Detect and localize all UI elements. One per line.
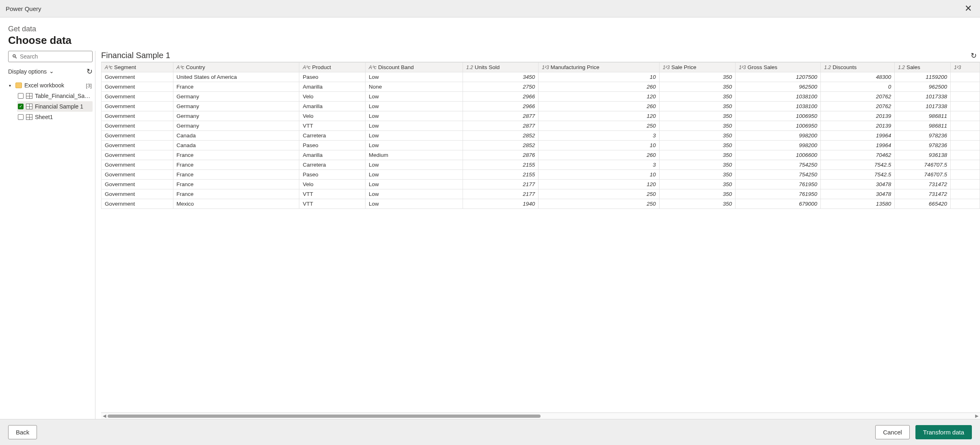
- table-row[interactable]: GovernmentFranceVTTLow217725035076195030…: [102, 189, 980, 199]
- column-header[interactable]: AᵇcSegment: [102, 63, 173, 72]
- table-row[interactable]: GovernmentFranceCarreteraLow215533507542…: [102, 160, 980, 170]
- table-cell: 260: [539, 102, 659, 111]
- table-cell: 746707.5: [895, 160, 951, 170]
- column-name: Sales: [906, 64, 920, 70]
- tree-item-label: Table_Financial_Sample_1: [35, 93, 92, 99]
- table-row[interactable]: GovernmentMexicoVTTLow194025035067900013…: [102, 199, 980, 209]
- dialog-body: Get data Choose data 🔍︎ Display options …: [0, 17, 980, 419]
- table-icon: [26, 93, 32, 99]
- tree-item[interactable]: Financial Sample 1: [17, 101, 93, 112]
- page-title: Choose data: [8, 34, 972, 47]
- checkbox[interactable]: [18, 114, 24, 120]
- table-row[interactable]: GovernmentCanadaPaseoLow2852103509982001…: [102, 141, 980, 150]
- column-header[interactable]: AᵇcDiscount Band: [365, 63, 463, 72]
- table-cell: Paseo: [299, 72, 365, 82]
- tree-item[interactable]: Table_Financial_Sample_1: [17, 91, 93, 101]
- refresh-icon[interactable]: ↻: [87, 67, 93, 76]
- column-header[interactable]: 1.2Units Sold: [463, 63, 538, 72]
- column-header[interactable]: 1²3Gross Sales: [736, 63, 821, 72]
- sidebar: 🔍︎ Display options ⌄ ↻ ▾ Excel workbook …: [8, 51, 95, 419]
- scroll-thumb[interactable]: [108, 415, 541, 418]
- table-cell: Government: [102, 92, 173, 102]
- table-cell: 986811: [895, 121, 951, 131]
- datatype-icon: 1²3: [739, 65, 746, 70]
- table-cell: 1017338: [895, 92, 951, 102]
- table-cell: 936138: [895, 150, 951, 160]
- table-row[interactable]: GovernmentFranceAmarillaNone275026035096…: [102, 82, 980, 92]
- table-row[interactable]: GovernmentGermanyAmarillaLow296626035010…: [102, 102, 980, 111]
- table-cell: 2877: [463, 111, 538, 121]
- table-cell: 986811: [895, 111, 951, 121]
- close-icon[interactable]: ✕: [962, 3, 974, 14]
- table-cell: Germany: [173, 111, 299, 121]
- table-row[interactable]: GovernmentGermanyVeloLow2966120350103810…: [102, 92, 980, 102]
- column-header[interactable]: 1.2Sales: [895, 63, 951, 72]
- transform-data-button[interactable]: Transform data: [915, 425, 972, 439]
- cancel-button[interactable]: Cancel: [875, 425, 910, 439]
- folder-icon: [15, 82, 22, 88]
- tree-item[interactable]: Sheet1: [17, 112, 93, 122]
- table-row[interactable]: GovernmentUnited States of AmericaPaseoL…: [102, 72, 980, 82]
- table-cell: 1940: [463, 199, 538, 209]
- display-options-row: Display options ⌄ ↻: [8, 66, 93, 77]
- table-cell: 120: [539, 180, 659, 189]
- tree-children: Table_Financial_Sample_1Financial Sample…: [17, 91, 93, 122]
- table-cell: [950, 189, 980, 199]
- table-row[interactable]: GovernmentFranceAmarillaMedium2876260350…: [102, 150, 980, 160]
- table-cell: Government: [102, 82, 173, 92]
- table-cell: 754250: [736, 170, 821, 180]
- table-cell: 731472: [895, 189, 951, 199]
- column-name: Segment: [114, 64, 136, 70]
- tree-item-label: Financial Sample 1: [35, 103, 92, 110]
- table-cell: Medium: [365, 150, 463, 160]
- scroll-right-icon[interactable]: ▶: [974, 413, 980, 419]
- table-cell: 978236: [895, 141, 951, 150]
- table-cell: Government: [102, 160, 173, 170]
- column-header[interactable]: AᵇcCountry: [173, 63, 299, 72]
- table-row[interactable]: GovernmentCanadaCarreteraLow285233509982…: [102, 131, 980, 141]
- tree-root-excel-workbook[interactable]: ▾ Excel workbook [3]: [8, 80, 93, 91]
- column-header[interactable]: 1²3: [950, 63, 980, 72]
- header-block: Get data Choose data: [0, 17, 980, 51]
- checkbox[interactable]: [18, 93, 24, 99]
- data-table-scroll[interactable]: AᵇcSegmentAᵇcCountryAᵇcProductAᵇcDiscoun…: [101, 62, 980, 412]
- table-cell: 10: [539, 72, 659, 82]
- display-options-toggle[interactable]: Display options ⌄: [8, 68, 54, 75]
- table-cell: Government: [102, 180, 173, 189]
- table-cell: 250: [539, 189, 659, 199]
- search-box[interactable]: 🔍︎: [8, 51, 93, 62]
- horizontal-scrollbar[interactable]: ◀ ▶: [101, 412, 980, 419]
- refresh-preview-icon[interactable]: ↻: [971, 51, 977, 60]
- table-cell: United States of America: [173, 72, 299, 82]
- scroll-track[interactable]: [108, 414, 974, 419]
- scroll-left-icon[interactable]: ◀: [101, 413, 108, 419]
- back-button[interactable]: Back: [8, 425, 37, 439]
- column-name: Units Sold: [475, 64, 500, 70]
- table-row[interactable]: GovernmentGermanyVTTLow28772503501006950…: [102, 121, 980, 131]
- table-cell: [950, 92, 980, 102]
- table-cell: 1159200: [895, 72, 951, 82]
- table-cell: 2852: [463, 141, 538, 150]
- table-cell: 350: [659, 170, 736, 180]
- table-row[interactable]: GovernmentFranceVeloLow21771203507619503…: [102, 180, 980, 189]
- column-header[interactable]: AᵇcProduct: [299, 63, 365, 72]
- preview-title: Financial Sample 1: [101, 51, 170, 60]
- column-name: Sale Price: [671, 64, 697, 70]
- checkbox[interactable]: [18, 104, 24, 109]
- column-header[interactable]: 1.2Discounts: [821, 63, 895, 72]
- table-cell: France: [173, 170, 299, 180]
- table-cell: France: [173, 150, 299, 160]
- table-row[interactable]: GovernmentFrancePaseoLow2155103507542507…: [102, 170, 980, 180]
- table-cell: 998200: [736, 131, 821, 141]
- table-row[interactable]: GovernmentGermanyVeloLow2877120350100695…: [102, 111, 980, 121]
- table-cell: Amarilla: [299, 82, 365, 92]
- search-input[interactable]: [20, 53, 91, 60]
- table-cell: 350: [659, 180, 736, 189]
- table-cell: 350: [659, 199, 736, 209]
- column-header[interactable]: 1²3Sale Price: [659, 63, 736, 72]
- column-header[interactable]: 1²3Manufacturing Price: [539, 63, 659, 72]
- table-cell: 3: [539, 131, 659, 141]
- table-cell: Low: [365, 199, 463, 209]
- table-cell: Mexico: [173, 199, 299, 209]
- table-cell: 70462: [821, 150, 895, 160]
